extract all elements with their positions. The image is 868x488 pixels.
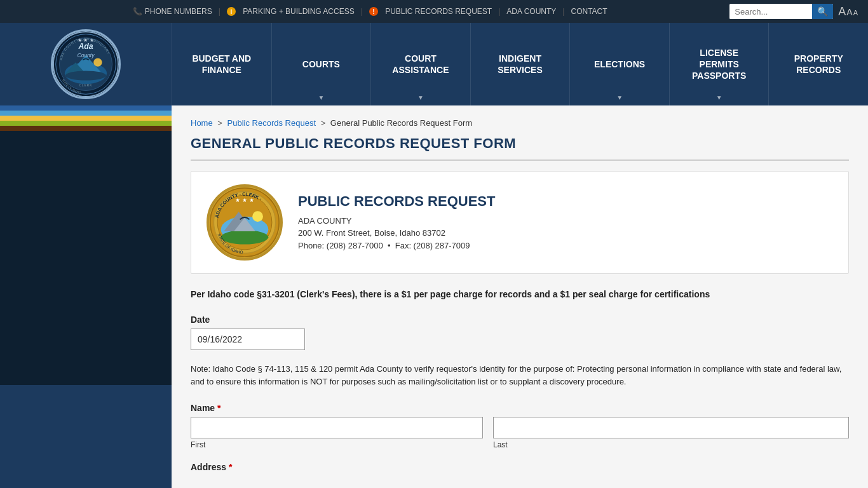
- name-section: Name * First Last: [191, 403, 849, 449]
- svg-point-8: [65, 71, 106, 80]
- top-bar-links: 📞 PHONE NUMBERS | i PARKING + BUILDING A…: [10, 7, 729, 16]
- phone-icon: 📞: [133, 7, 142, 16]
- courts-chevron: ▼: [318, 93, 324, 102]
- elections-chevron: ▼: [616, 93, 623, 102]
- font-small-button[interactable]: A: [853, 9, 858, 17]
- search-box[interactable]: 🔍: [729, 4, 833, 19]
- page-title: GENERAL PUBLIC RECORDS REQUEST FORM: [191, 135, 849, 161]
- contact-link[interactable]: CONTACT: [564, 7, 613, 16]
- first-name-input[interactable]: [191, 417, 483, 438]
- info-icon: i: [227, 7, 236, 16]
- nav-budget-finance[interactable]: BUDGET ANDFINANCE: [172, 23, 271, 105]
- header: ★ ★ ★ Ada County CLERK: [0, 23, 868, 105]
- breadcrumb-home[interactable]: Home: [191, 118, 213, 128]
- nav-license-permits[interactable]: LICENSEPERMITSPASSPORTS ▼: [669, 23, 769, 105]
- records-contact: Phone: (208) 287-7000 • Fax: (208) 287-7…: [298, 240, 495, 252]
- address-required: *: [229, 462, 232, 472]
- date-input[interactable]: [191, 329, 305, 350]
- nav-property-records[interactable]: PROPERTYRECORDS: [768, 23, 868, 105]
- warn-icon: !: [369, 7, 378, 16]
- first-name-field: First: [191, 417, 483, 449]
- logo-area: ★ ★ ★ Ada County CLERK: [0, 23, 172, 105]
- sidebar-stripe-3: [0, 116, 172, 121]
- last-label: Last: [493, 440, 849, 449]
- svg-text:Ada: Ada: [78, 42, 93, 51]
- name-label: Name *: [191, 403, 849, 413]
- font-size-controls: A A A: [838, 5, 858, 18]
- svg-point-7: [93, 58, 102, 67]
- breadcrumb-current: General Public Records Request Form: [330, 118, 472, 128]
- date-section: Date: [191, 315, 849, 350]
- svg-text:County: County: [78, 52, 95, 58]
- svg-point-18: [221, 230, 269, 244]
- top-bar: 📞 PHONE NUMBERS | i PARKING + BUILDING A…: [0, 0, 868, 23]
- records-card: ★ ★ ★ ADA COUNTY · CLERK · STATE OF IDAH…: [191, 171, 849, 274]
- svg-text:★ ★ ★: ★ ★ ★: [235, 197, 254, 203]
- license-chevron: ▼: [716, 93, 722, 102]
- parking-link[interactable]: i PARKING + BUILDING ACCESS: [220, 7, 361, 16]
- main-content: Home > Public Records Request > General …: [172, 105, 868, 488]
- sidebar-stripe-4: [0, 121, 172, 126]
- sidebar-stripe-1: [0, 105, 172, 111]
- logo[interactable]: ★ ★ ★ Ada County CLERK: [51, 29, 121, 99]
- sidebar: [0, 105, 172, 488]
- address-label: Address *: [191, 462, 849, 472]
- font-large-button[interactable]: A: [838, 5, 846, 18]
- top-bar-right: 🔍 A A A: [729, 4, 858, 19]
- breadcrumb-public-records[interactable]: Public Records Request: [227, 118, 316, 128]
- fee-notice: Per Idaho code §31-3201 (Clerk's Fees), …: [191, 289, 849, 299]
- records-entity: ADA COUNTY: [298, 215, 495, 227]
- last-name-input[interactable]: [493, 417, 849, 438]
- last-name-field: Last: [493, 417, 849, 449]
- nav-courts[interactable]: COURTS ▼: [271, 23, 371, 105]
- nav-indigent-services[interactable]: INDIGENTSERVICES: [470, 23, 570, 105]
- nav-court-assistance[interactable]: COURTASSISTANCE ▼: [370, 23, 470, 105]
- phone-numbers-link[interactable]: 📞 PHONE NUMBERS: [126, 7, 219, 16]
- breadcrumb: Home > Public Records Request > General …: [191, 118, 849, 128]
- records-address: 200 W. Front Street, Boise, Idaho 83702: [298, 227, 495, 240]
- sidebar-dark-area: [0, 131, 172, 385]
- svg-point-21: [252, 211, 263, 222]
- note-text: Note: Idaho Code § 74-113, 115 & 120 per…: [191, 363, 849, 388]
- sidebar-stripe-5: [0, 126, 172, 131]
- court-assistance-chevron: ▼: [417, 93, 424, 102]
- ada-county-link[interactable]: ADA COUNTY: [500, 7, 562, 16]
- county-seal: ★ ★ ★ ADA COUNTY · CLERK · STATE OF IDAH…: [207, 184, 283, 261]
- public-records-link[interactable]: ! PUBLIC RECORDS REQUEST: [363, 7, 498, 16]
- nav-elections[interactable]: ELECTIONS ▼: [569, 23, 669, 105]
- svg-text:CLERK: CLERK: [79, 84, 92, 87]
- name-required: *: [217, 403, 220, 413]
- font-medium-button[interactable]: A: [846, 7, 852, 17]
- records-info: PUBLIC RECORDS REQUEST ADA COUNTY 200 W.…: [298, 193, 495, 252]
- search-input[interactable]: [729, 4, 812, 19]
- page-layout: Home > Public Records Request > General …: [0, 105, 868, 488]
- records-heading: PUBLIC RECORDS REQUEST: [298, 193, 495, 210]
- sidebar-stripe-2: [0, 111, 172, 116]
- first-label: First: [191, 440, 483, 449]
- name-row: First Last: [191, 417, 849, 449]
- address-section: Address *: [191, 462, 849, 472]
- search-button[interactable]: 🔍: [812, 4, 833, 19]
- main-nav: BUDGET ANDFINANCE COURTS ▼ COURTASSISTAN…: [172, 23, 868, 105]
- date-label: Date: [191, 315, 849, 325]
